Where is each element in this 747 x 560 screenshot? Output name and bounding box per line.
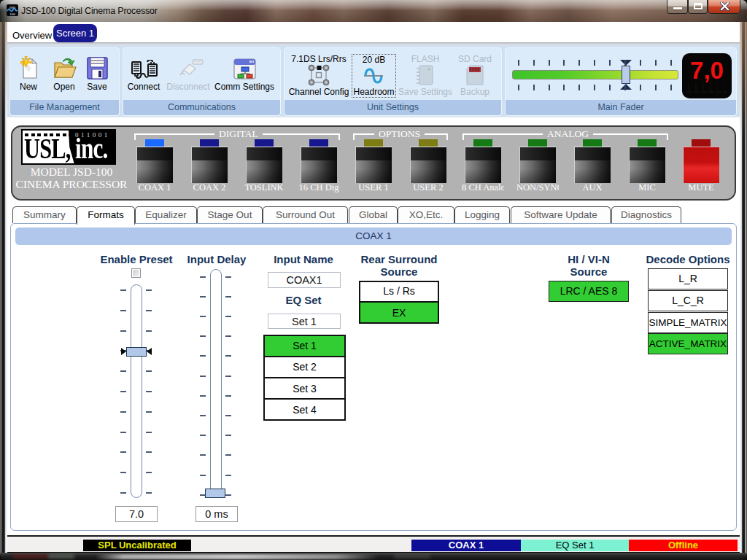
svg-text:100: 100 bbox=[9, 12, 15, 16]
